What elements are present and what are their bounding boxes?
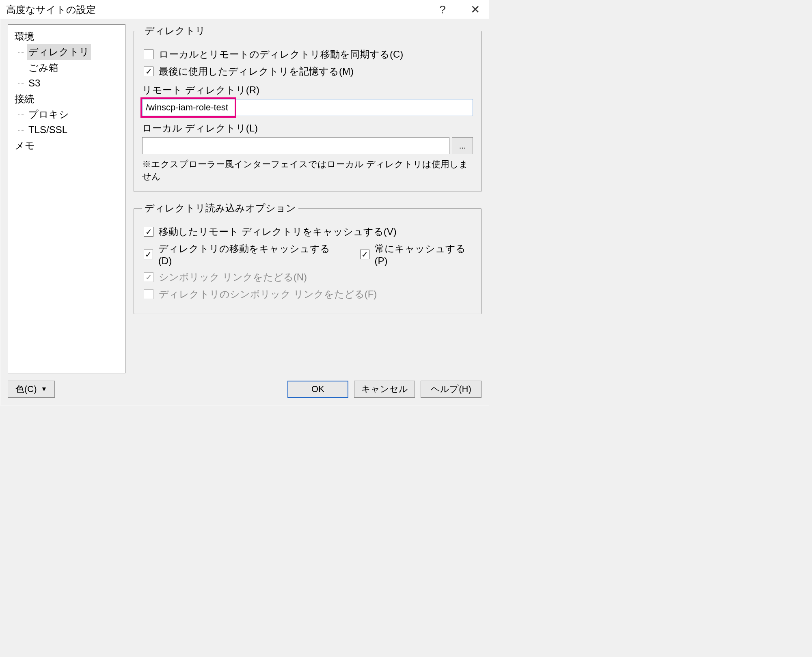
browse-local-dir-button[interactable]: ...: [452, 137, 473, 154]
tree-item-directories[interactable]: ディレクトリ: [27, 44, 91, 60]
cache-visited-remote-label: 移動したリモート ディレクトリをキャッシュする(V): [159, 225, 397, 238]
resolve-symlinks-label: シンボリック リンクをたどる(N): [159, 271, 307, 284]
directories-legend: ディレクトリ: [142, 24, 208, 37]
chevron-down-icon: ▼: [41, 386, 48, 393]
remote-dir-input[interactable]: [142, 99, 473, 116]
resolve-dir-symlinks-label: ディレクトリのシンボリック リンクをたどる(F): [159, 288, 377, 301]
dialog-title: 高度なサイトの設定: [6, 3, 96, 16]
cache-dir-changes-checkbox[interactable]: ディレクトリの移動をキャッシュする(D): [142, 242, 334, 267]
help-button[interactable]: ヘルプ(H): [421, 381, 482, 398]
sync-browsing-checkbox[interactable]: ローカルとリモートのディレクトリ移動を同期する(C): [142, 48, 403, 61]
remember-last-dir-checkbox[interactable]: 最後に使用したディレクトリを記憶する(M): [142, 65, 354, 78]
tree-item-s3[interactable]: S3: [27, 75, 42, 91]
titlebar: 高度なサイトの設定 ? ✕: [0, 0, 489, 19]
close-icon[interactable]: ✕: [467, 3, 483, 16]
color-button-label: 色(C): [15, 383, 37, 395]
cache-always-checkbox[interactable]: 常にキャッシュする(P): [358, 242, 473, 267]
advanced-site-settings-dialog: 高度なサイトの設定 ? ✕ 環境 ディレクトリ ごみ箱 S3 接続 プロキシ T…: [0, 0, 489, 405]
cancel-button[interactable]: キャンセル: [354, 381, 415, 398]
tree-item-proxy[interactable]: プロキシ: [27, 107, 71, 122]
resolve-symlinks-checkbox: シンボリック リンクをたどる(N): [142, 271, 307, 284]
remote-dir-label: リモート ディレクトリ(R): [142, 84, 473, 97]
sync-browsing-label: ローカルとリモートのディレクトリ移動を同期する(C): [159, 48, 403, 61]
directories-group: ディレクトリ ローカルとリモートのディレクトリ移動を同期する(C) 最後に使用し…: [134, 24, 482, 192]
dir-reading-options-group: ディレクトリ読み込みオプション 移動したリモート ディレクトリをキャッシュする(…: [134, 202, 482, 314]
local-dir-label: ローカル ディレクトリ(L): [142, 122, 473, 135]
color-button[interactable]: 色(C) ▼: [8, 381, 55, 398]
window-controls: ? ✕: [434, 3, 483, 16]
resolve-dir-symlinks-checkbox: ディレクトリのシンボリック リンクをたどる(F): [142, 288, 377, 301]
tree-item-tls-ssl[interactable]: TLS/SSL: [27, 122, 69, 138]
cache-dir-changes-label: ディレクトリの移動をキャッシュする(D): [158, 242, 334, 267]
tree-item-recycle-bin[interactable]: ごみ箱: [27, 60, 60, 75]
dialog-footer: 色(C) ▼ OK キャンセル ヘルプ(H): [0, 373, 489, 400]
cache-always-label: 常にキャッシュする(P): [375, 242, 473, 267]
remember-last-dir-label: 最後に使用したディレクトリを記憶する(M): [159, 65, 354, 78]
dir-reading-options-legend: ディレクトリ読み込みオプション: [142, 202, 298, 215]
nav-tree[interactable]: 環境 ディレクトリ ごみ箱 S3 接続 プロキシ TLS/SSL メモ: [8, 24, 125, 373]
tree-item-environment[interactable]: 環境: [13, 29, 36, 44]
tree-item-connection[interactable]: 接続: [13, 91, 36, 107]
local-dir-input[interactable]: [142, 137, 449, 154]
local-dir-note: ※エクスプローラー風インターフェイスではローカル ディレクトリは使用しません: [142, 158, 473, 183]
tree-item-note[interactable]: メモ: [13, 138, 37, 153]
ok-button[interactable]: OK: [287, 381, 348, 398]
help-icon[interactable]: ?: [434, 3, 451, 16]
cache-visited-remote-checkbox[interactable]: 移動したリモート ディレクトリをキャッシュする(V): [142, 225, 397, 238]
